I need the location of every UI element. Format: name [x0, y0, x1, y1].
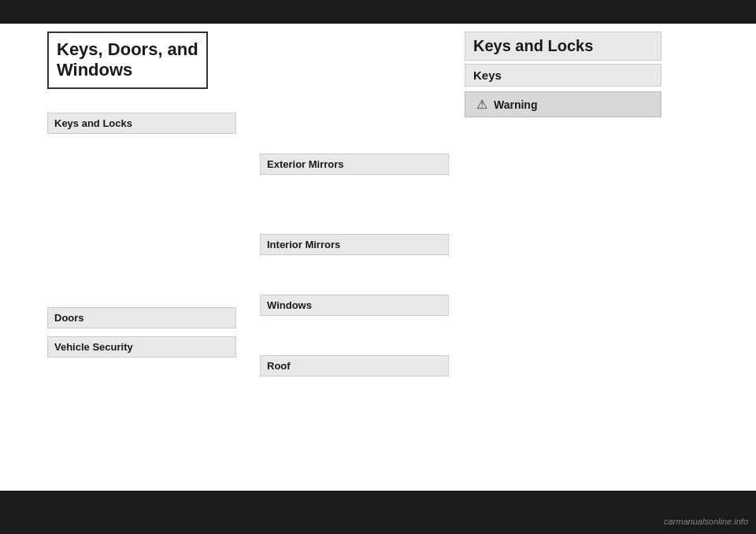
windows-link[interactable]: Windows: [260, 295, 449, 316]
keys-subtitle[interactable]: Keys: [465, 64, 662, 87]
right-column: Keys and Locks Keys ⚠ Warning: [465, 32, 732, 117]
warning-box: ⚠ Warning: [465, 91, 662, 117]
roof-link[interactable]: Roof: [260, 355, 449, 376]
watermark: carmanualsonline.info: [664, 517, 748, 526]
middle-column: Exterior Mirrors Interior Mirrors Window…: [260, 32, 465, 416]
main-title: Keys, Doors, and Windows: [47, 32, 208, 89]
warning-label: Warning: [494, 98, 537, 111]
vehicle-security-link[interactable]: Vehicle Security: [47, 336, 236, 358]
exterior-mirrors-link[interactable]: Exterior Mirrors: [260, 154, 449, 175]
keys-and-locks-link[interactable]: Keys and Locks: [47, 113, 236, 134]
top-bar: [0, 0, 756, 24]
right-column-title[interactable]: Keys and Locks: [465, 32, 662, 61]
warning-icon: ⚠: [476, 97, 487, 112]
page-container: Keys, Doors, and Windows Keys and Locks …: [0, 0, 756, 534]
interior-mirrors-link[interactable]: Interior Mirrors: [260, 234, 449, 255]
doors-link[interactable]: Doors: [47, 307, 236, 328]
left-column: Keys, Doors, and Windows Keys and Locks …: [47, 32, 260, 362]
bottom-bar: carmanualsonline.info: [0, 491, 756, 534]
